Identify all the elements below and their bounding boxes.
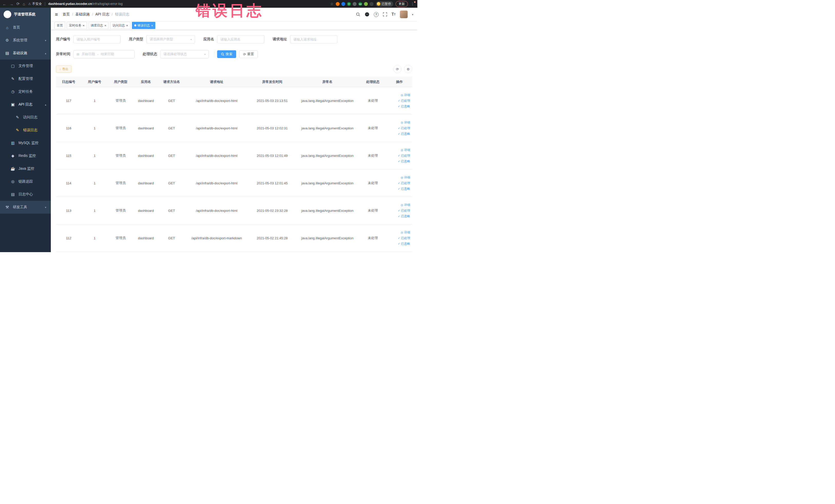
sidebar-item-mysql[interactable]: ▥MySQL 监控	[0, 137, 51, 149]
sidebar-item-dev-tools[interactable]: ⚒研发工具▾	[0, 201, 51, 214]
reload-icon[interactable]: ⟳	[16, 2, 20, 6]
sidebar-item-redis[interactable]: ◆Redis 监控	[0, 149, 51, 162]
caret-down-icon[interactable]: ▾	[412, 13, 413, 16]
profile-pill[interactable]: 已暂停	[376, 1, 393, 7]
extension-green-v[interactable]: V	[347, 2, 351, 6]
tag-label: 错误日志	[138, 23, 150, 28]
tag-close-icon[interactable]: ×	[151, 24, 153, 27]
request-url-input[interactable]	[290, 35, 337, 43]
column-settings-button[interactable]: ⚙	[404, 65, 412, 73]
sidebar-item-error-log[interactable]: ✎错误日志	[0, 124, 51, 137]
breadcrumb-item[interactable]: API 日志	[95, 12, 109, 17]
sidebar-item-java[interactable]: ☕Java 监控	[0, 162, 51, 175]
sidebar-item-api-log[interactable]: ▣API 日志▴	[0, 98, 51, 111]
tag-job-log[interactable]: 调度日志×	[88, 22, 109, 29]
date-range-picker[interactable]: ⊞ 开始日期 - 结束日期	[74, 50, 135, 58]
action-ignored[interactable]: ✓已忽略	[398, 104, 410, 108]
action-detail[interactable]: ◎详细	[401, 203, 410, 207]
tag-access-log[interactable]: 访问日志×	[110, 22, 130, 29]
action-label: 已处理	[401, 126, 410, 130]
sidebar-item-job[interactable]: ◷定时任务	[0, 85, 51, 98]
action-detail[interactable]: ◎详细	[401, 230, 410, 235]
action-processed[interactable]: ✓已处理	[398, 181, 410, 185]
action-processed[interactable]: ✓已处理	[398, 236, 410, 240]
sidebar-item-trace[interactable]: ◎链路追踪	[0, 175, 51, 188]
sidebar-item-access-log[interactable]: ✎访问日志	[0, 111, 51, 124]
tag-job[interactable]: 定时任务×	[67, 22, 87, 29]
address-url[interactable]: dashboard.yudao.iocoder.cn/infra/log/api…	[48, 2, 123, 6]
tag-close-icon[interactable]: ×	[126, 24, 128, 27]
browser-home-icon[interactable]: ⌂	[23, 2, 25, 6]
user-avatar[interactable]	[400, 11, 408, 18]
action-processed[interactable]: ✓已处理	[398, 99, 410, 103]
toolbar-right-cluster: ⟳ ⚙	[393, 65, 412, 73]
user-id-input[interactable]	[74, 35, 121, 43]
tag-close-icon[interactable]: ×	[83, 24, 85, 27]
extension-leaf[interactable]	[364, 2, 368, 6]
forward-icon[interactable]: →	[9, 2, 13, 6]
tag-error-log[interactable]: 错误日志×	[132, 22, 156, 29]
extension-puzzle[interactable]	[370, 2, 373, 6]
security-chip[interactable]: ⚠ 不安全	[28, 2, 42, 6]
help-icon[interactable]: ?	[374, 12, 379, 17]
action-ignored[interactable]: ✓已忽略	[398, 214, 410, 219]
action-ignored[interactable]: ✓已忽略	[398, 187, 410, 191]
fullscreen-icon[interactable]	[383, 12, 387, 16]
app-name-input[interactable]	[217, 35, 264, 43]
action-detail[interactable]: ◎详细	[401, 148, 410, 152]
sidebar-toggle-icon[interactable]: ≡	[55, 12, 58, 18]
home-icon: ⌂	[5, 25, 10, 30]
table-header-row: 日志编号用户编号用户类型应用名请求方法名请求地址异常发生时间异常名处理状态操作	[56, 77, 412, 87]
extension-orange-circle[interactable]	[336, 2, 340, 6]
user-type-select[interactable]: 请选择用户类型 ▾	[146, 35, 195, 43]
action-ignored[interactable]: ✓已忽略	[398, 159, 410, 164]
browser-menu-icon[interactable]: ⋮	[410, 2, 415, 6]
search-button[interactable]: 搜索	[217, 50, 236, 58]
export-button[interactable]: ↓ 导出	[56, 65, 72, 73]
action-detail[interactable]: ◎详细	[401, 120, 410, 125]
search-icon[interactable]	[356, 12, 360, 17]
action-processed[interactable]: ✓已处理	[398, 154, 410, 158]
cell-id: 112	[56, 236, 81, 240]
action-detail[interactable]: ◎详细	[401, 93, 410, 97]
extension-blue-drop[interactable]	[341, 2, 345, 6]
sidebar-item-infra[interactable]: ▤基础设施▴	[0, 47, 51, 60]
logo-image	[4, 11, 11, 18]
action-detail[interactable]: ◎详细	[401, 175, 410, 180]
font-size-icon[interactable]: TT	[391, 12, 395, 17]
check-icon: ✓	[398, 242, 400, 245]
refresh-table-button[interactable]: ⟳	[393, 65, 402, 73]
action-ignored[interactable]: ✓已忽略	[398, 132, 410, 136]
action-label: 已处理	[401, 181, 410, 185]
tag-home[interactable]: 首页	[55, 22, 65, 29]
action-ignored[interactable]: ✓已忽略	[398, 242, 410, 246]
sidebar-item-file[interactable]: ▢文件管理	[0, 60, 51, 73]
update-button[interactable]: 更新	[395, 1, 408, 7]
extension-on-badge[interactable]: on	[358, 2, 362, 6]
extension-color-grid[interactable]	[353, 2, 357, 6]
sidebar-item-system[interactable]: ⚙系统管理▾	[0, 34, 51, 47]
cell-status: 未处理	[359, 181, 387, 185]
refresh-icon: ⟳	[243, 53, 246, 56]
tag-close-icon[interactable]: ×	[104, 24, 106, 27]
column-header: 用户类型	[108, 77, 134, 87]
action-processed[interactable]: ✓已处理	[398, 126, 410, 130]
breadcrumb-item[interactable]: 基础设施	[76, 12, 90, 17]
cell-url: /api/infra/db-doc/export-html	[185, 209, 249, 213]
action-processed[interactable]: ✓已处理	[398, 208, 410, 213]
main-area: ≡ 首页/基础设施/API 日志/错误日志 ? TT ▾	[51, 8, 418, 252]
process-status-select[interactable]: 请选择处理状态 ▾	[160, 50, 209, 58]
sidebar-item-config[interactable]: ✎配置管理	[0, 73, 51, 85]
sidebar-item-home[interactable]: ⌂首页	[0, 21, 51, 34]
app-logo[interactable]: 芋道管理系统	[0, 8, 51, 21]
sidebar-item-log-center[interactable]: ▤日志中心	[0, 188, 51, 201]
breadcrumb-item[interactable]: 首页	[63, 12, 70, 17]
github-icon[interactable]	[365, 12, 369, 17]
app-topbar: ≡ 首页/基础设施/API 日志/错误日志 ? TT ▾	[51, 8, 418, 21]
filter-process-status: 处理状态 请选择处理状态 ▾	[143, 50, 209, 58]
bookmark-star-icon[interactable]: ☆	[330, 2, 333, 6]
back-icon[interactable]: ←	[3, 2, 6, 6]
user-type-label: 用户类型	[129, 37, 143, 42]
process-status-label: 处理状态	[143, 52, 157, 57]
reset-button[interactable]: ⟳ 重置	[239, 50, 258, 58]
